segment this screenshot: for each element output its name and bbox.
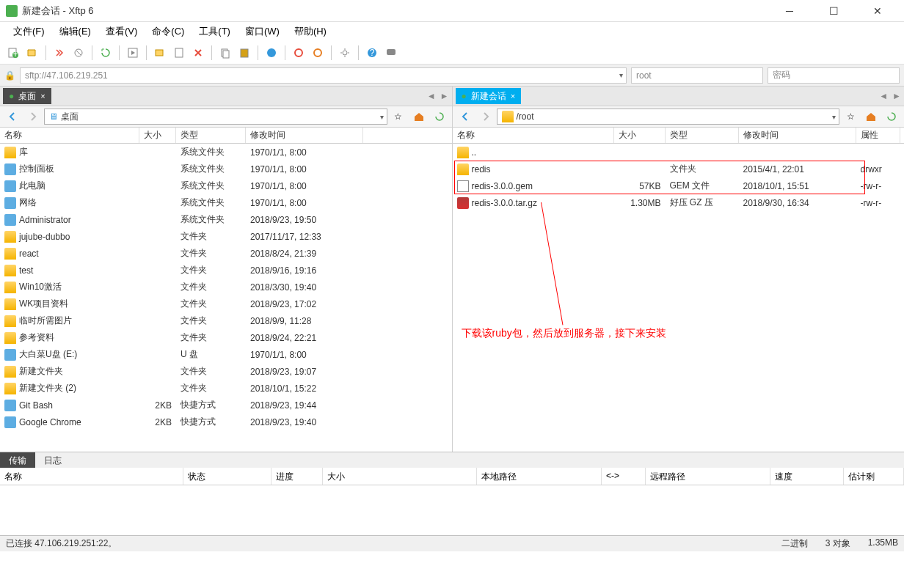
local-tab[interactable]: ● 桌面 ×: [3, 88, 51, 104]
swirl1-icon[interactable]: [290, 44, 307, 62]
folder-icon: [4, 332, 16, 344]
tab-transfer[interactable]: 传输: [0, 452, 35, 468]
file-row[interactable]: ..: [453, 144, 905, 161]
close-icon[interactable]: ×: [511, 92, 515, 100]
file-row[interactable]: 新建文件夹 (2)文件夹2018/10/1, 15:22: [0, 380, 452, 397]
file-row[interactable]: 控制面板系统文件夹1970/1/1, 8:00: [0, 161, 452, 177]
col-name[interactable]: 名称: [453, 128, 614, 143]
maximize-button[interactable]: ☐: [819, 4, 848, 18]
back-button[interactable]: [456, 108, 475, 125]
home-icon[interactable]: [409, 108, 429, 125]
remote-path-input[interactable]: /root: [497, 109, 840, 125]
folder-icon: [4, 231, 16, 243]
file-row[interactable]: Win10激活文件夹2018/3/30, 19:40: [0, 279, 452, 295]
special-icon: [4, 416, 16, 428]
folder-icon: [4, 147, 16, 158]
file-row[interactable]: WK项目资料文件夹2018/9/23, 17:02: [0, 295, 452, 312]
statusbar: 已连接 47.106.219.251:22。 二进制 3 对象 1.35MB: [0, 535, 904, 551]
special-icon: [4, 214, 16, 226]
refresh-icon[interactable]: [97, 44, 114, 62]
svg-rect-9: [223, 51, 229, 58]
file-row[interactable]: test文件夹2018/9/16, 19:16: [0, 262, 452, 279]
archive-icon: [457, 197, 469, 209]
star-icon[interactable]: ☆: [841, 108, 860, 125]
menu-command[interactable]: 命令(C): [146, 23, 190, 40]
svg-point-13: [314, 49, 321, 56]
menu-view[interactable]: 查看(V): [100, 23, 143, 40]
file-row[interactable]: 此电脑系统文件夹1970/1/1, 8:00: [0, 177, 452, 194]
file-row[interactable]: redis-3.0.0.tar.gz1.30MB好压 GZ 压2018/9/30…: [453, 194, 905, 211]
disconnect-icon[interactable]: [70, 44, 87, 62]
paste-icon[interactable]: [236, 44, 253, 62]
host-input[interactable]: sftp://47.106.219.251: [20, 67, 627, 84]
close-button[interactable]: ✕: [863, 4, 892, 18]
file-row[interactable]: redis文件夹2015/4/1, 22:01drwxr: [453, 161, 905, 177]
reconnect-icon[interactable]: [51, 44, 68, 62]
file-row[interactable]: redis-3.0.0.gem57KBGEM 文件2018/10/1, 15:5…: [453, 177, 905, 194]
star-icon[interactable]: ☆: [389, 108, 408, 125]
svg-text:?: ?: [370, 48, 375, 58]
window-title: 新建会话 - Xftp 6: [22, 4, 775, 18]
menu-help[interactable]: 帮助(H): [288, 23, 332, 40]
file-row[interactable]: 网络系统文件夹1970/1/1, 8:00: [0, 194, 452, 211]
folder-icon: [457, 163, 469, 175]
properties-icon[interactable]: [170, 44, 188, 62]
minimize-button[interactable]: ─: [775, 4, 804, 18]
status-mode: 二进制: [781, 537, 808, 550]
svg-rect-6: [156, 50, 163, 56]
remote-tab-label: 新建会话: [471, 90, 506, 103]
remote-file-list[interactable]: ..redis文件夹2015/4/1, 22:01drwxrredis-3.0.…: [453, 144, 905, 452]
help-icon[interactable]: ?: [363, 44, 381, 62]
file-row[interactable]: Administrator系统文件夹2018/9/23, 19:50: [0, 211, 452, 228]
refresh-icon[interactable]: [430, 108, 449, 125]
file-row[interactable]: 临时所需图片文件夹2018/9/9, 11:28: [0, 312, 452, 329]
menu-tools[interactable]: 工具(T): [193, 23, 236, 40]
refresh-icon[interactable]: [882, 108, 901, 125]
menu-file[interactable]: 文件(F): [7, 23, 51, 40]
svg-rect-7: [175, 48, 183, 57]
svg-point-14: [343, 51, 347, 55]
file-row[interactable]: 库系统文件夹1970/1/1, 8:00: [0, 144, 452, 161]
col-size[interactable]: 大小: [139, 128, 176, 143]
menu-window[interactable]: 窗口(W): [239, 23, 285, 40]
file-row[interactable]: Google Chrome2KB快捷方式2018/9/23, 19:40: [0, 414, 452, 430]
forward-button[interactable]: [23, 108, 43, 125]
user-input[interactable]: root: [631, 67, 763, 84]
file-row[interactable]: Git Bash2KB快捷方式2018/9/23, 19:44: [0, 397, 452, 414]
open-icon[interactable]: [23, 44, 41, 62]
close-icon[interactable]: ×: [40, 92, 45, 100]
new-folder-icon[interactable]: [151, 44, 169, 62]
col-mtime[interactable]: 修改时间: [739, 128, 856, 143]
annotation-arrow: [541, 202, 564, 326]
file-row[interactable]: react文件夹2018/8/24, 21:39: [0, 245, 452, 262]
globe-icon[interactable]: [263, 44, 280, 62]
file-row[interactable]: 参考资料文件夹2018/9/24, 22:21: [0, 329, 452, 346]
copy-icon[interactable]: [216, 44, 234, 62]
password-input[interactable]: 密码: [768, 67, 900, 84]
local-path-input[interactable]: 🖥 桌面: [44, 109, 387, 125]
bottom-tabs: 传输 日志: [0, 452, 904, 468]
swirl2-icon[interactable]: [309, 44, 327, 62]
gear-icon[interactable]: [336, 44, 354, 62]
col-attr[interactable]: 属性: [856, 128, 900, 143]
col-name[interactable]: 名称: [0, 128, 139, 143]
play-icon[interactable]: [124, 44, 142, 62]
chat-icon[interactable]: [382, 44, 400, 62]
tab-log[interactable]: 日志: [35, 452, 70, 468]
file-row[interactable]: 大白菜U盘 (E:)U 盘1970/1/1, 8:00: [0, 346, 452, 363]
delete-icon[interactable]: [189, 44, 207, 62]
back-button[interactable]: [3, 108, 22, 125]
col-mtime[interactable]: 修改时间: [246, 128, 363, 143]
col-size[interactable]: 大小: [614, 128, 666, 143]
svg-rect-17: [387, 49, 396, 55]
new-session-icon[interactable]: +: [4, 44, 22, 62]
file-row[interactable]: 新建文件夹文件夹2018/9/23, 19:07: [0, 363, 452, 380]
forward-button[interactable]: [476, 108, 495, 125]
col-type[interactable]: 类型: [176, 128, 246, 143]
local-file-list[interactable]: 库系统文件夹1970/1/1, 8:00控制面板系统文件夹1970/1/1, 8…: [0, 144, 452, 452]
col-type[interactable]: 类型: [666, 128, 739, 143]
home-icon[interactable]: [861, 108, 881, 125]
remote-tab[interactable]: ● 新建会话 ×: [456, 88, 522, 104]
menu-edit[interactable]: 编辑(E): [54, 23, 97, 40]
file-row[interactable]: jujube-dubbo文件夹2017/11/17, 12:33: [0, 228, 452, 245]
